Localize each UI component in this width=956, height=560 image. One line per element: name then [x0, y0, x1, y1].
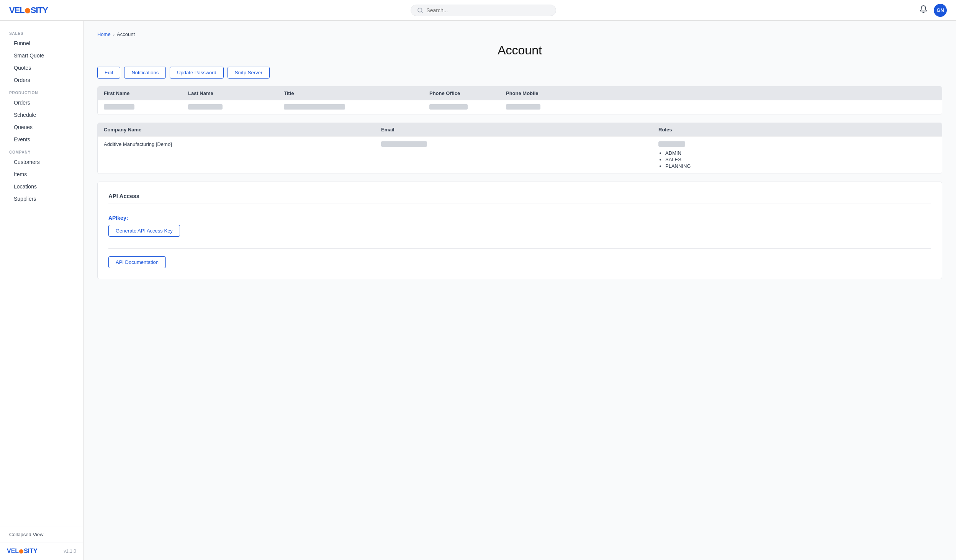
breadcrumb-current: Account — [117, 31, 135, 37]
sidebar-bottom: Collapsed View VEL SITY v1.1.0 — [0, 527, 83, 560]
company-roles-value: ADMIN SALES PLANNING — [658, 141, 936, 170]
main-content: Home › Account Account Edit Notification… — [83, 21, 956, 560]
edit-button[interactable]: Edit — [97, 67, 120, 79]
api-access-card: API Access APIkey: Generate API Access K… — [97, 182, 942, 279]
sidebar-item-items[interactable]: Items — [0, 168, 83, 180]
sidebar-section-company: COMPANY Customers Items Locations Suppli… — [0, 146, 83, 205]
api-access-title: API Access — [108, 193, 931, 203]
company-table-header: Company Name Email Roles — [98, 123, 942, 136]
footer-logo: VEL SITY — [7, 548, 38, 555]
user-table-header: First Name Last Name Title Phone Office … — [98, 87, 942, 100]
search-icon — [417, 7, 423, 13]
breadcrumb-home[interactable]: Home — [97, 31, 111, 37]
user-title-value — [284, 104, 429, 111]
col-title: Title — [284, 90, 429, 96]
footer-logo-icon — [19, 549, 23, 553]
col-phone-office: Phone Office — [429, 90, 506, 96]
user-phone-mobile-value — [506, 104, 583, 111]
sidebar-item-customers[interactable]: Customers — [0, 156, 83, 168]
sidebar-section-label-company: COMPANY — [0, 146, 83, 156]
search-bar[interactable] — [411, 5, 556, 16]
sidebar-item-suppliers[interactable]: Suppliers — [0, 193, 83, 205]
sidebar-section-sales: SALES Funnel Smart Quote Quotes Orders — [0, 27, 83, 86]
company-info-card: Company Name Email Roles Additive Manufa… — [97, 123, 942, 174]
phone-mobile-redacted — [506, 104, 540, 110]
company-name-value: Additive Manufacturing [Demo] — [104, 141, 381, 147]
sidebar-item-orders-sales[interactable]: Orders — [0, 74, 83, 86]
notifications-bell-icon[interactable] — [919, 5, 928, 15]
api-documentation-button[interactable]: API Documentation — [108, 256, 166, 268]
col-first-name: First Name — [104, 90, 188, 96]
col-phone-mobile: Phone Mobile — [506, 90, 583, 96]
sidebar-item-funnel[interactable]: Funnel — [0, 37, 83, 49]
last-name-redacted — [188, 104, 223, 110]
email-redacted — [381, 141, 427, 147]
sidebar-item-events[interactable]: Events — [0, 133, 83, 146]
user-first-name-value — [104, 104, 188, 111]
footer-logo-text2: SITY — [24, 548, 38, 555]
sidebar-item-orders-prod[interactable]: Orders — [0, 97, 83, 109]
avatar[interactable]: GN — [934, 4, 947, 17]
roles-redacted — [658, 141, 685, 147]
user-table-row — [98, 100, 942, 115]
sidebar-item-schedule[interactable]: Schedule — [0, 109, 83, 121]
company-email-value — [381, 141, 658, 148]
footer-logo-text: VEL — [7, 548, 19, 555]
sidebar-item-queues[interactable]: Queues — [0, 121, 83, 133]
breadcrumb-separator: › — [113, 31, 115, 37]
col-company-name: Company Name — [104, 127, 381, 133]
role-sales: SALES — [665, 157, 936, 162]
header: VELSITY GN — [0, 0, 956, 21]
notifications-button[interactable]: Notifications — [124, 67, 166, 79]
api-doc-section: API Documentation — [108, 248, 931, 268]
collapsed-view-button[interactable]: Collapsed View — [0, 527, 83, 542]
roles-list: ADMIN SALES PLANNING — [658, 150, 936, 169]
role-planning: PLANNING — [665, 163, 936, 169]
col-email: Email — [381, 127, 658, 133]
body-wrapper: SALES Funnel Smart Quote Quotes Orders P… — [0, 21, 956, 560]
sidebar-section-label-production: PRODUCTION — [0, 86, 83, 97]
api-key-section: APIkey: Generate API Access Key — [108, 211, 931, 241]
sidebar-section-production: PRODUCTION Orders Schedule Queues Events — [0, 86, 83, 146]
title-redacted — [284, 104, 345, 110]
page-title: Account — [97, 43, 942, 57]
api-key-label: APIkey: — [108, 215, 931, 221]
user-phone-office-value — [429, 104, 506, 111]
smtp-server-button[interactable]: Smtp Server — [228, 67, 270, 79]
action-buttons: Edit Notifications Update Password Smtp … — [97, 67, 942, 79]
sidebar-content: SALES Funnel Smart Quote Quotes Orders P… — [0, 21, 83, 527]
update-password-button[interactable]: Update Password — [170, 67, 224, 79]
role-admin: ADMIN — [665, 150, 936, 156]
breadcrumb: Home › Account — [97, 31, 942, 37]
sidebar-item-locations[interactable]: Locations — [0, 180, 83, 193]
first-name-redacted — [104, 104, 134, 110]
phone-office-redacted — [429, 104, 468, 110]
company-table-row: Additive Manufacturing [Demo] ADMIN SALE… — [98, 136, 942, 174]
col-roles: Roles — [658, 127, 936, 133]
sidebar-item-smart-quote[interactable]: Smart Quote — [0, 49, 83, 62]
svg-line-1 — [421, 11, 422, 13]
sidebar-item-quotes[interactable]: Quotes — [0, 62, 83, 74]
header-right: GN — [919, 4, 947, 17]
search-input[interactable] — [426, 7, 550, 13]
sidebar-bottom-footer: VEL SITY v1.1.0 — [0, 542, 83, 560]
col-last-name: Last Name — [188, 90, 284, 96]
sidebar: SALES Funnel Smart Quote Quotes Orders P… — [0, 21, 83, 560]
user-last-name-value — [188, 104, 284, 111]
generate-api-key-button[interactable]: Generate API Access Key — [108, 225, 180, 237]
sidebar-section-label-sales: SALES — [0, 27, 83, 37]
logo-text: VELSITY — [9, 5, 48, 15]
version-label: v1.1.0 — [64, 549, 76, 554]
user-info-card: First Name Last Name Title Phone Office … — [97, 86, 942, 115]
logo: VELSITY — [9, 5, 48, 15]
logo-icon — [25, 8, 30, 13]
